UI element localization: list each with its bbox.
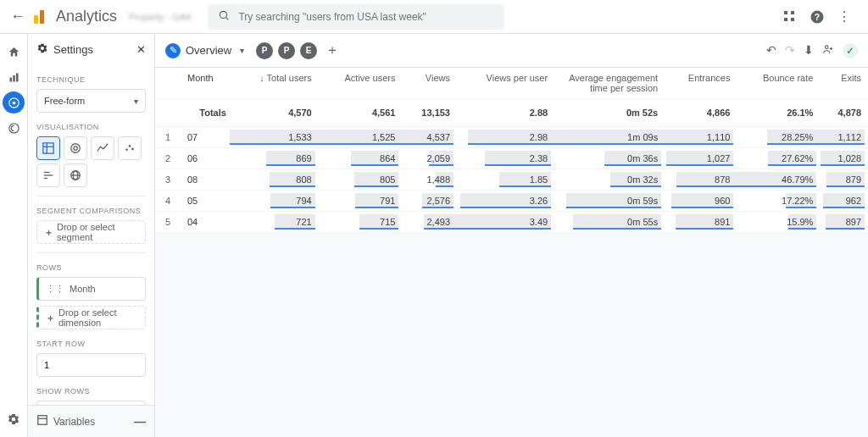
svg-rect-28 <box>38 416 47 425</box>
svg-point-20 <box>129 145 131 147</box>
col-views[interactable]: Views <box>402 68 457 99</box>
data-cell: 0m 55s <box>554 212 665 233</box>
back-button[interactable]: ← <box>10 8 25 25</box>
col-avg-engagement[interactable]: Average engagement time per session <box>554 68 665 99</box>
menu-icon[interactable]: ⋮ <box>831 3 858 30</box>
property-selector[interactable]: Property - GA4 <box>129 12 191 22</box>
totals-cell: 26.1% <box>737 99 820 127</box>
canvas: ✎ Overview ▾ P P E ＋ ↶ ↷ ⬇ ✓ <box>155 34 868 437</box>
share-icon[interactable] <box>822 43 834 58</box>
svg-point-30 <box>826 45 829 48</box>
badge[interactable]: P <box>278 42 295 59</box>
vis-donut-icon[interactable] <box>64 136 87 160</box>
row-index: 1 <box>155 127 181 148</box>
svg-rect-4 <box>791 11 794 14</box>
nav-reports-icon[interactable] <box>3 66 25 88</box>
table-row[interactable]: 2068698642,0592.380m 36s1,02727.62%1,028 <box>155 148 868 169</box>
logo[interactable]: Analytics <box>34 8 117 25</box>
row-dim: 04 <box>181 212 233 233</box>
col-bounce-rate[interactable]: Bounce rate <box>737 68 820 99</box>
svg-point-17 <box>71 144 81 153</box>
tab-overview[interactable]: ✎ Overview ▾ <box>165 43 244 58</box>
data-cell: 960 <box>665 191 737 212</box>
variables-label: Variables <box>53 416 95 428</box>
data-cell: 1,533 <box>233 127 319 148</box>
start-row-input[interactable] <box>36 353 146 377</box>
totals-cell: 0m 52s <box>554 99 665 127</box>
row-dim: 07 <box>181 127 233 148</box>
badge[interactable]: E <box>300 42 317 59</box>
comparison-badges: P P E <box>256 42 317 59</box>
visualisation-label: VISUALISATION <box>36 123 146 131</box>
nav-explore-icon[interactable] <box>3 91 25 113</box>
data-cell: 1m 09s <box>554 127 665 148</box>
row-dim: 05 <box>181 191 233 212</box>
search-input[interactable] <box>238 11 494 23</box>
data-cell: 2,576 <box>402 191 457 212</box>
badge[interactable]: P <box>256 42 273 59</box>
data-cell: 879 <box>820 169 868 191</box>
col-exits[interactable]: Exits <box>820 68 868 99</box>
data-cell: 1,112 <box>820 127 868 148</box>
technique-label: TECHNIQUE <box>36 75 146 84</box>
svg-rect-2 <box>784 11 787 14</box>
rows-add-dimension[interactable]: ＋Drop or select dimension <box>36 306 146 329</box>
settings-title: Settings <box>53 43 93 56</box>
table-row[interactable]: 5047217152,4933.490m 55s89115.9%897 <box>155 212 868 233</box>
add-tab-button[interactable]: ＋ <box>322 41 342 61</box>
vis-table-icon[interactable] <box>36 136 60 160</box>
rows-label: ROWS <box>36 263 146 272</box>
data-cell: 962 <box>820 191 868 212</box>
data-cell: 1,488 <box>402 169 457 191</box>
search-box[interactable] <box>208 4 504 30</box>
table-row[interactable]: 1071,5331,5254,5372.981m 09s1,11028.25%1… <box>155 127 868 148</box>
row-index: 3 <box>155 169 181 191</box>
col-active-users[interactable]: Active users <box>319 68 403 99</box>
undo-icon[interactable]: ↶ <box>766 43 776 58</box>
tab-name: Overview <box>186 44 231 57</box>
technique-select[interactable]: Free-form ▾ <box>36 89 146 113</box>
data-cell: 1.85 <box>457 169 554 191</box>
svg-point-21 <box>131 148 134 151</box>
analytics-logo-icon <box>34 10 47 24</box>
data-cell: 17.22% <box>737 191 820 212</box>
edit-icon: ✎ <box>165 43 181 58</box>
table-row[interactable]: 3088088051,4881.850m 32s87846.79%879 <box>155 169 868 191</box>
nav-admin-icon[interactable] <box>3 408 25 430</box>
sample-indicator-icon[interactable]: ✓ <box>843 43 858 58</box>
settings-panel: Settings ✕ TECHNIQUE Free-form ▾ VISUALI… <box>28 34 155 437</box>
vis-geo-icon[interactable] <box>64 163 87 187</box>
download-icon[interactable]: ⬇ <box>804 43 814 58</box>
vis-scatter-icon[interactable] <box>118 136 142 160</box>
data-cell: 2.38 <box>457 148 554 169</box>
totals-cell: 2.88 <box>457 99 554 127</box>
navrail <box>0 34 28 437</box>
col-month[interactable]: Month <box>181 68 233 99</box>
apps-icon[interactable] <box>776 3 804 30</box>
nav-home-icon[interactable] <box>3 41 25 63</box>
table-row[interactable]: 4057947912,5763.260m 59s96017.22%962 <box>155 191 868 212</box>
col-views-per-user[interactable]: Views per user <box>457 68 554 99</box>
col-entrances[interactable]: Entrances <box>665 68 737 99</box>
vis-line-icon[interactable] <box>91 136 114 160</box>
variables-panel-toggle[interactable]: Variables — <box>28 405 154 437</box>
rows-dimension-chip[interactable]: ⋮⋮Month <box>36 277 146 301</box>
table-header-row: Month ↓ Total users Active users Views V… <box>155 68 868 99</box>
svg-rect-9 <box>13 75 15 82</box>
data-cell: 46.79% <box>737 169 820 191</box>
data-cell: 794 <box>233 191 319 212</box>
help-icon[interactable]: ? <box>804 3 831 30</box>
row-index: 2 <box>155 148 181 169</box>
topbar: ← Analytics Property - GA4 ? ⋮ <box>0 0 868 34</box>
close-settings-icon[interactable]: ✕ <box>136 43 146 56</box>
data-cell: 878 <box>665 169 737 191</box>
data-cell: 3.49 <box>457 212 554 233</box>
redo-icon[interactable]: ↷ <box>785 43 795 58</box>
nav-advertising-icon[interactable] <box>3 117 25 139</box>
col-total-users[interactable]: ↓ Total users <box>233 68 319 99</box>
vis-bar-icon[interactable] <box>36 163 60 187</box>
segment-drop[interactable]: ＋Drop or select segment <box>36 220 146 244</box>
row-index: 5 <box>155 212 181 233</box>
row-dim: 06 <box>181 148 233 169</box>
data-cell: 805 <box>319 169 403 191</box>
